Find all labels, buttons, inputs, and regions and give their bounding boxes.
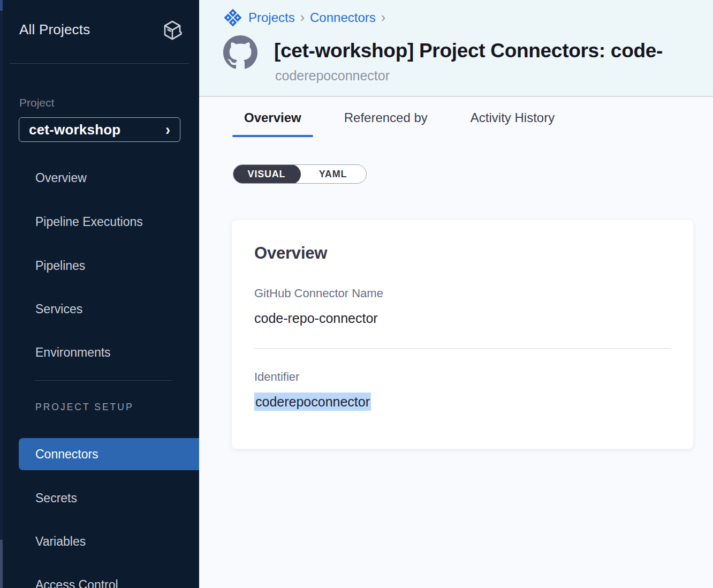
- breadcrumb: Projects › Connectors ›: [223, 7, 386, 28]
- tab-label: Referenced by: [344, 110, 428, 125]
- sidebar-item-label: Variables: [35, 534, 86, 549]
- sidebar-item-secrets[interactable]: Secrets: [0, 482, 199, 514]
- toggle-label: VISUAL: [248, 169, 286, 180]
- project-label: Project: [19, 96, 54, 109]
- sidebar-item-environments[interactable]: Environments: [0, 336, 199, 368]
- sidebar-item-label: Access Control: [35, 578, 118, 588]
- card-title: Overview: [254, 244, 671, 263]
- tab-overview[interactable]: Overview: [232, 107, 313, 137]
- field-value-identifier: coderepoconnector: [254, 394, 671, 410]
- sidebar: All Projects Project cet-workshop › Over…: [0, 0, 199, 588]
- toggle-option-yaml[interactable]: YAML: [300, 165, 366, 183]
- sidebar-item-variables[interactable]: Variables: [0, 525, 199, 557]
- visual-yaml-toggle: VISUAL YAML: [233, 164, 367, 184]
- chevron-right-icon: ›: [165, 120, 170, 139]
- sidebar-item-pipeline-executions[interactable]: Pipeline Executions: [0, 206, 199, 238]
- sidebar-item-connectors[interactable]: Connectors: [19, 438, 199, 470]
- breadcrumb-link-connectors[interactable]: Connectors: [310, 10, 376, 25]
- sidebar-item-label: Environments: [35, 345, 111, 360]
- selected-identifier-text: coderepoconnector: [254, 393, 371, 411]
- project-name: cet-workshop: [29, 122, 120, 138]
- sidebar-item-services[interactable]: Services: [0, 293, 199, 325]
- card-divider: [254, 348, 671, 349]
- sidebar-item-overview[interactable]: Overview: [0, 162, 199, 194]
- sidebar-item-access-control[interactable]: Access Control: [0, 569, 199, 588]
- main-content: Projects › Connectors › [cet-workshop] P…: [199, 0, 713, 588]
- page-header: Projects › Connectors › [cet-workshop] P…: [199, 0, 713, 97]
- package-cube-icon[interactable]: [162, 18, 183, 42]
- sidebar-item-label: Overview: [35, 171, 87, 185]
- project-selector-button[interactable]: cet-workshop ›: [19, 117, 180, 142]
- field-value-connector-name: code-repo-connector: [254, 311, 671, 326]
- tab-label: Overview: [244, 110, 301, 125]
- page-title: [cet-workshop] Project Connectors: code-: [274, 40, 713, 62]
- tab-referenced-by[interactable]: Referenced by: [332, 107, 439, 137]
- toggle-label: YAML: [319, 169, 347, 180]
- all-projects-label: All Projects: [19, 21, 90, 38]
- module-rail-segment-top: [0, 0, 3, 11]
- all-projects-selector[interactable]: All Projects: [0, 16, 199, 44]
- overview-card: Overview GitHub Connector Name code-repo…: [232, 220, 693, 449]
- field-label-connector-name: GitHub Connector Name: [254, 287, 671, 300]
- breadcrumb-link-projects[interactable]: Projects: [248, 10, 295, 25]
- sidebar-item-label: Pipeline Executions: [35, 215, 143, 229]
- projects-diamond-icon: [223, 8, 242, 27]
- sidebar-item-label: Connectors: [35, 447, 98, 462]
- sidebar-item-label: Services: [35, 302, 82, 316]
- page-subtitle: coderepoconnector: [275, 68, 390, 84]
- tab-label: Activity History: [471, 110, 555, 125]
- sidebar-item-label: Secrets: [35, 491, 77, 506]
- sidebar-section-divider: [35, 380, 172, 381]
- sidebar-item-pipelines[interactable]: Pipelines: [0, 250, 199, 282]
- project-setup-section-label: PROJECT SETUP: [35, 402, 134, 413]
- chevron-right-icon: ›: [300, 10, 305, 25]
- toggle-option-visual[interactable]: VISUAL: [233, 164, 301, 184]
- sidebar-divider: [10, 63, 189, 64]
- field-label-identifier: Identifier: [254, 370, 671, 384]
- github-icon: [223, 35, 257, 70]
- chevron-right-icon: ›: [381, 10, 386, 25]
- tab-activity-history[interactable]: Activity History: [459, 107, 566, 137]
- sidebar-item-label: Pipelines: [35, 259, 85, 273]
- tab-bar: Overview Referenced by Activity History: [232, 107, 566, 137]
